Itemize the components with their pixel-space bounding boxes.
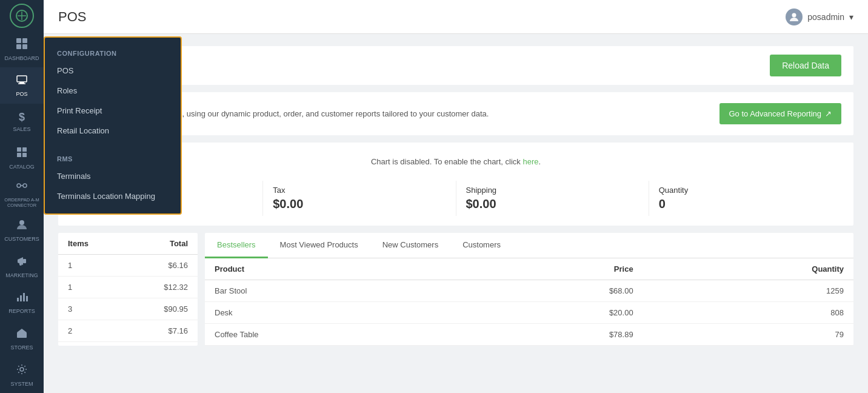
user-dropdown-chevron[interactable]: ▾ [849,12,853,22]
product-price-3: $78.89 [464,324,643,346]
sidebar-item-dashboard[interactable]: DASHBOARD [0,31,44,67]
stats-row: Revenue $0.00 Tax $0.00 Shipping $0.00 Q… [70,181,841,216]
dropdown-item-retail-location[interactable]: Retail Location [45,121,181,141]
sidebar-item-sales[interactable]: $ SALES [0,104,44,140]
dropdown-item-print-receipt[interactable]: Print Receipt [45,101,181,121]
table-row: 1 $6.16 [58,255,198,277]
sidebar-item-pos[interactable]: POS [0,67,44,104]
order-items-3: 3 [58,298,125,320]
table-row: Bar Stool $68.00 1259 [205,280,853,302]
svg-rect-13 [22,153,27,157]
tab-customers[interactable]: Customers [450,233,513,258]
sidebar-item-marketing[interactable]: MARKETING [0,248,44,284]
pos-dropdown-menu: Configuration POS Roles Print Receipt Re… [44,36,182,215]
topbar-user-area[interactable]: posadmin ▾ [786,8,853,25]
app-logo [10,4,34,28]
pos-label: POS [16,91,27,97]
order-total-2: $12.32 [125,277,198,298]
topbar: POS posadmin ▾ [44,0,868,34]
svg-rect-3 [16,38,21,43]
svg-rect-12 [17,153,21,157]
order-total-4: $7.16 [125,320,198,342]
catalog-label: CATALOG [9,164,35,170]
table-row: 2 $7.16 [58,320,198,342]
dropdown-item-terminals-location-mapping[interactable]: Terminals Location Mapping [45,186,181,206]
system-label: SYSTEM [10,381,33,387]
dropdown-item-pos[interactable]: POS [45,61,181,81]
dropdown-item-roles[interactable]: Roles [45,81,181,101]
stat-tax: Tax $0.00 [263,181,456,216]
tab-bestsellers[interactable]: Bestsellers [205,233,268,258]
stores-label: STORES [11,344,33,351]
orders-table: Items Total 1 $6.16 1 $12.32 [58,233,198,346]
sales-label: SALES [13,126,30,132]
svg-rect-4 [22,38,27,43]
svg-rect-21 [23,293,25,301]
product-price-1: $68.00 [464,280,643,302]
sidebar: DASHBOARD POS $ SALES CATALOG [0,0,44,393]
table-row: Coffee Table $78.89 79 [205,324,853,346]
configuration-section-label: Configuration [45,45,181,61]
user-avatar [786,8,803,25]
order-items-2: 1 [58,277,125,298]
svg-point-17 [19,220,24,225]
orders-col-total: Total [125,233,198,255]
svg-rect-19 [17,298,19,301]
external-link-icon: ↗ [825,109,832,118]
sidebar-item-connector[interactable]: ORDERPAD A-M CONNECTOR [0,176,44,212]
chart-disabled-message: Chart is disabled. To enable the chart, … [70,152,841,171]
table-row: 3 $90.95 [58,298,198,320]
reports-label: REPORTS [8,308,35,314]
product-name-2: Desk [205,302,464,324]
stat-quantity: Quantity 0 [649,181,841,216]
stat-shipping: Shipping $0.00 [456,181,649,216]
dashboard-label: DASHBOARD [4,55,39,61]
reports-icon [16,291,28,306]
quantity-value: 0 [659,197,832,211]
svg-rect-5 [16,44,21,49]
advanced-reporting-label: Go to Advanced Reporting [729,109,822,118]
stores-icon [16,327,28,342]
connector-icon [16,180,28,195]
sidebar-item-catalog[interactable]: CATALOG [0,139,44,176]
chart-enable-link[interactable]: here [522,157,538,166]
reload-data-button[interactable]: Reload Data [770,55,841,76]
tax-label: Tax [273,186,446,195]
sidebar-item-customers[interactable]: CUSTOMERS [0,212,44,249]
svg-rect-7 [17,76,27,82]
advanced-reporting-button[interactable]: Go to Advanced Reporting ↗ [719,103,842,124]
dropdown-item-terminals[interactable]: Terminals [45,166,181,186]
svg-rect-24 [21,335,23,338]
tabs-section: Bestsellers Most Viewed Products New Cus… [205,233,853,346]
quantity-label: Quantity [659,186,832,195]
customers-icon [16,218,28,233]
bottom-grid: Items Total 1 $6.16 1 $12.32 [58,233,853,346]
marketing-label: MARKETING [5,272,38,278]
pos-icon [16,73,28,89]
tab-new-customers[interactable]: New Customers [370,233,450,258]
sidebar-item-system[interactable]: SYSTEM [0,357,44,393]
svg-rect-18 [23,259,26,263]
product-price-2: $20.00 [464,302,643,324]
table-row: 1 $12.32 [58,277,198,298]
sidebar-item-reports[interactable]: REPORTS [0,284,44,321]
sidebar-item-stores[interactable]: STORES [0,321,44,357]
products-table: Product Price Quantity Bar Stool $68.00 … [205,258,853,346]
tabs-header: Bestsellers Most Viewed Products New Cus… [205,233,853,258]
catalog-icon [16,146,28,161]
orders-col-items: Items [58,233,125,255]
svg-point-14 [17,184,21,187]
connector-label: ORDERPAD A-M CONNECTOR [0,197,44,208]
table-row: Desk $20.00 808 [205,302,853,324]
svg-rect-22 [26,296,28,301]
product-name-3: Coffee Table [205,324,464,346]
chart-disabled-text: Chart is disabled. To enable the chart, … [371,157,523,166]
product-qty-3: 79 [643,324,853,346]
product-col-product: Product [205,258,464,280]
order-items-1: 1 [58,255,125,277]
svg-rect-10 [17,147,21,152]
username-label: posadmin [807,12,844,22]
product-qty-2: 808 [643,302,853,324]
tab-most-viewed[interactable]: Most Viewed Products [268,233,370,258]
order-total-1: $6.16 [125,255,198,277]
